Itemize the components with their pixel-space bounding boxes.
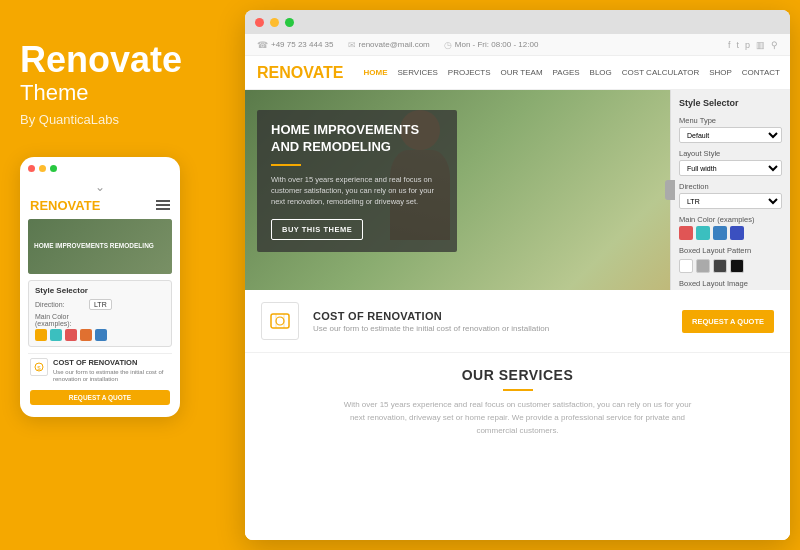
topbar-email: ✉ renovate@mail.com (348, 40, 430, 50)
browser-dot-yellow (270, 18, 279, 27)
hero-title: HOME IMPROVEMENTSAND REMODELING (271, 122, 443, 156)
hero-description: With over 15 years experience and real f… (271, 174, 443, 208)
mobile-cost-title: COST OF RENOVATION (53, 358, 170, 367)
direction-value: LTR (89, 299, 112, 310)
search-icon[interactable]: ⚲ (771, 40, 778, 50)
cost-cta-btn[interactable]: REQUEST A QUOTE (682, 310, 774, 333)
desktop-swatch-red[interactable] (679, 226, 693, 240)
topbar-hours: ◷ Mon - Fri: 08:00 - 12:00 (444, 40, 539, 50)
brand-subtitle: Theme (20, 80, 230, 106)
twitter-icon[interactable]: t (736, 40, 739, 50)
desktop-mockup: ☎ +49 75 23 444 35 ✉ renovate@mail.com ◷… (245, 10, 790, 540)
cost-title: COST OF RENOVATION (313, 310, 668, 322)
pattern-white[interactable] (679, 259, 693, 273)
mobile-mockup: ⌄ RENOVATE HOME IMPROVEMENTS REMODELING … (20, 157, 180, 418)
main-color-label: Main Color (examples): (35, 313, 85, 327)
facebook-icon[interactable]: f (728, 40, 731, 50)
nav-home[interactable]: HOME (364, 68, 388, 77)
mobile-dot-yellow (39, 165, 46, 172)
hero-cta-btn[interactable]: BUY THIS THEME (271, 219, 363, 240)
svg-point-3 (276, 317, 284, 325)
pattern-dark[interactable] (713, 259, 727, 273)
pinterest-icon[interactable]: p (745, 40, 750, 50)
nav-our-team[interactable]: OUR TEAM (501, 68, 543, 77)
brand-title: Renovate (20, 40, 230, 80)
mobile-top-bar (28, 165, 172, 172)
swatch-red[interactable] (65, 329, 77, 341)
ss-layout-style-row: Layout Style Full width (679, 149, 782, 176)
ss-menu-type-row: Menu Type Default (679, 116, 782, 143)
nav-shop[interactable]: SHOP (709, 68, 732, 77)
cost-section: COST OF RENOVATION Use our form to estim… (245, 290, 790, 353)
rss-icon[interactable]: ▥ (756, 40, 765, 50)
menu-type-label: Menu Type (679, 116, 782, 125)
layout-style-select[interactable]: Full width (679, 160, 782, 176)
nav-cost-calc[interactable]: COST CALCULATOR (622, 68, 699, 77)
mobile-hero: HOME IMPROVEMENTS REMODELING (28, 219, 172, 274)
boxed-pattern-row (679, 259, 782, 273)
boxed-layout-label: Boxed Layout Pattern (679, 246, 782, 255)
services-title: OUR SERVICES (261, 367, 774, 383)
svg-rect-2 (271, 314, 289, 328)
cost-desc: Use our form to estimate the initial cos… (313, 324, 668, 333)
email-icon: ✉ (348, 40, 356, 50)
phone-icon: ☎ (257, 40, 268, 50)
nav-pages[interactable]: PAGES (553, 68, 580, 77)
ss-direction-row: Direction LTR (679, 182, 782, 209)
hero-box: HOME IMPROVEMENTSAND REMODELING With ove… (257, 110, 457, 252)
mobile-dot-green (50, 165, 57, 172)
site-hero: HOME IMPROVEMENTSAND REMODELING With ove… (245, 90, 790, 290)
nav-contact[interactable]: CONTACT (742, 68, 780, 77)
nav-projects[interactable]: PROJECTS (448, 68, 491, 77)
swatch-orange[interactable] (80, 329, 92, 341)
mobile-chevron-icon: ⌄ (28, 180, 172, 194)
mobile-nav-bar: RENOVATE (28, 198, 172, 213)
brand-by: By QuanticaLabs (20, 112, 230, 127)
services-section: OUR SERVICES With over 15 years experien… (245, 353, 790, 540)
browser-dot-red (255, 18, 264, 27)
ss-main-color-row: Main Color (examples) (679, 215, 782, 240)
browser-titlebar (245, 10, 790, 34)
cost-svg-icon (269, 310, 291, 332)
desktop-swatch-blue[interactable] (713, 226, 727, 240)
pattern-black[interactable] (730, 259, 744, 273)
desktop-color-swatches (679, 226, 782, 240)
browser-dot-green (285, 18, 294, 27)
direction-label: Direction: (35, 301, 85, 308)
clock-icon: ◷ (444, 40, 452, 50)
style-selector-grip[interactable] (665, 180, 675, 200)
direction-label-desktop: Direction (679, 182, 782, 191)
desktop-swatch-navy[interactable] (730, 226, 744, 240)
mobile-cost-section: $ COST OF RENOVATION Use our form to est… (28, 353, 172, 410)
direction-select[interactable]: LTR (679, 193, 782, 209)
hours-text: Mon - Fri: 08:00 - 12:00 (455, 40, 539, 49)
layout-style-label: Layout Style (679, 149, 782, 158)
mobile-cta-btn[interactable]: REQUEST A QUOTE (30, 390, 170, 405)
style-selector-panel: Style Selector Menu Type Default Layout … (670, 90, 790, 290)
topbar-social: f t p ▥ ⚲ (728, 40, 778, 50)
mobile-cost-desc: Use our form to estimate the initial cos… (53, 369, 170, 385)
ss-panel-title: Style Selector (679, 98, 782, 108)
nav-services[interactable]: SERVICES (398, 68, 438, 77)
pattern-gray1[interactable] (696, 259, 710, 273)
swatch-blue[interactable] (95, 329, 107, 341)
swatch-yellow[interactable] (35, 329, 47, 341)
color-swatches (35, 329, 165, 341)
nav-links: HOME SERVICES PROJECTS OUR TEAM PAGES BL… (364, 68, 780, 77)
hero-content: HOME IMPROVEMENTSAND REMODELING With ove… (257, 110, 457, 252)
menu-type-select[interactable]: Default (679, 127, 782, 143)
left-panel: Renovate Theme By QuanticaLabs ⌄ RENOVAT… (20, 0, 230, 550)
mobile-style-selector: Style Selector Direction: LTR Main Color… (28, 280, 172, 347)
mobile-hamburger-icon[interactable] (156, 200, 170, 210)
services-desc: With over 15 years experience and real f… (343, 399, 693, 437)
desktop-swatch-teal[interactable] (696, 226, 710, 240)
site-topbar: ☎ +49 75 23 444 35 ✉ renovate@mail.com ◷… (245, 34, 790, 56)
swatch-teal[interactable] (50, 329, 62, 341)
phone-number: +49 75 23 444 35 (271, 40, 334, 49)
services-divider (503, 389, 533, 391)
site-logo: RENOVATE (257, 64, 344, 82)
svg-text:$: $ (37, 364, 41, 370)
style-selector-title: Style Selector (35, 286, 165, 295)
site-nav: RENOVATE HOME SERVICES PROJECTS OUR TEAM… (245, 56, 790, 90)
nav-blog[interactable]: BLOG (590, 68, 612, 77)
